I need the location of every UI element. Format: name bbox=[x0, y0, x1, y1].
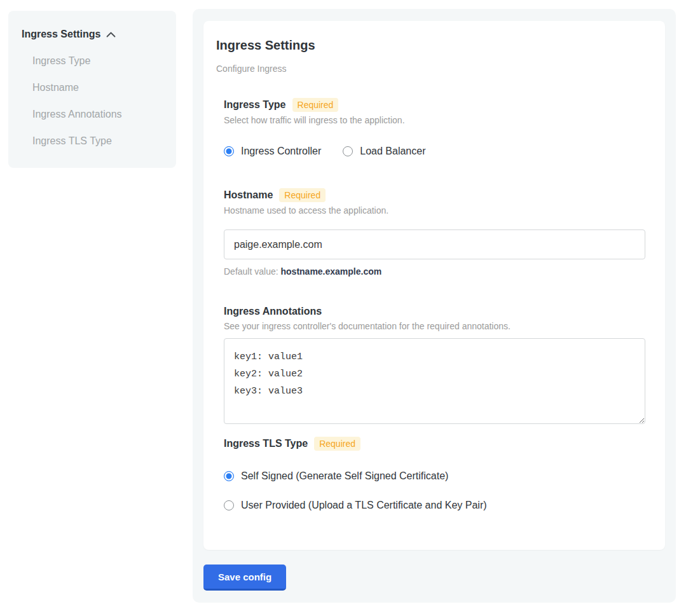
sidebar-group-title: Ingress Settings bbox=[22, 27, 100, 41]
radio-option-user-provided[interactable]: User Provided (Upload a TLS Certificate … bbox=[224, 499, 487, 512]
sidebar-item-hostname[interactable]: Hostname bbox=[32, 81, 163, 95]
radio-option-self-signed[interactable]: Self Signed (Generate Self Signed Certif… bbox=[224, 470, 448, 483]
ingress-type-radio-group: Ingress Controller Load Balancer bbox=[224, 145, 645, 158]
radio-option-load-balancer[interactable]: Load Balancer bbox=[343, 145, 425, 158]
sidebar-item-list: Ingress Type Hostname Ingress Annotation… bbox=[22, 54, 163, 148]
hostname-heading-row: Hostname Required bbox=[224, 188, 645, 202]
hostname-default-line: Default value: hostname.example.com bbox=[224, 266, 645, 277]
hostname-label: Hostname bbox=[224, 189, 273, 202]
ingress-annotations-label: Ingress Annotations bbox=[224, 305, 322, 318]
required-badge: Required bbox=[292, 98, 339, 112]
required-badge: Required bbox=[314, 437, 360, 451]
page: Ingress Settings Ingress Type Hostname I… bbox=[0, 0, 693, 616]
card-title: Ingress Settings bbox=[216, 38, 652, 53]
section-hostname: Hostname Required Hostname used to acces… bbox=[224, 188, 645, 277]
radio-option-ingress-controller[interactable]: Ingress Controller bbox=[224, 145, 321, 158]
radio-input-user-provided[interactable] bbox=[224, 500, 234, 510]
sidebar-group-ingress-settings[interactable]: Ingress Settings bbox=[22, 27, 163, 41]
ingress-type-heading-row: Ingress Type Required bbox=[224, 98, 645, 112]
radio-label-ingress-controller: Ingress Controller bbox=[241, 145, 321, 158]
tls-heading-row: Ingress TLS Type Required bbox=[224, 437, 645, 451]
radio-input-ingress-controller[interactable] bbox=[224, 146, 234, 156]
sidebar: Ingress Settings Ingress Type Hostname I… bbox=[8, 11, 176, 168]
default-value-label: Default value: bbox=[224, 266, 278, 277]
tls-radio-group: Self Signed (Generate Self Signed Certif… bbox=[224, 470, 645, 512]
radio-label-self-signed: Self Signed (Generate Self Signed Certif… bbox=[241, 470, 448, 483]
section-ingress-type: Ingress Type Required Select how traffic… bbox=[224, 98, 645, 158]
card-subtitle: Configure Ingress bbox=[216, 64, 652, 74]
annotations-heading-row: Ingress Annotations bbox=[224, 305, 645, 318]
sidebar-item-ingress-annotations[interactable]: Ingress Annotations bbox=[32, 107, 163, 121]
config-card: Ingress Settings Configure Ingress Ingre… bbox=[203, 21, 665, 550]
radio-label-user-provided: User Provided (Upload a TLS Certificate … bbox=[241, 499, 487, 512]
default-value-text: hostname.example.com bbox=[281, 266, 382, 277]
sidebar-item-ingress-tls-type[interactable]: Ingress TLS Type bbox=[32, 134, 163, 148]
ingress-tls-type-label: Ingress TLS Type bbox=[224, 437, 308, 450]
radio-input-load-balancer[interactable] bbox=[343, 146, 353, 156]
ingress-type-help: Select how traffic will ingress to the a… bbox=[224, 114, 645, 126]
config-panel: Ingress Settings Configure Ingress Ingre… bbox=[193, 9, 676, 603]
save-config-button[interactable]: Save config bbox=[203, 565, 286, 591]
ingress-annotations-help: See your ingress controller's documentat… bbox=[224, 320, 645, 332]
section-ingress-annotations: Ingress Annotations See your ingress con… bbox=[224, 305, 645, 424]
ingress-type-label: Ingress Type bbox=[224, 99, 286, 111]
hostname-input[interactable] bbox=[224, 229, 645, 259]
chevron-up-icon bbox=[106, 32, 116, 38]
section-ingress-tls-type: Ingress TLS Type Required Self Signed (G… bbox=[224, 437, 645, 512]
radio-label-load-balancer: Load Balancer bbox=[360, 145, 425, 158]
required-badge: Required bbox=[279, 188, 326, 202]
radio-input-self-signed[interactable] bbox=[224, 471, 234, 481]
hostname-help: Hostname used to access the application. bbox=[224, 205, 645, 216]
config-sections: Ingress Type Required Select how traffic… bbox=[216, 98, 652, 512]
ingress-annotations-textarea[interactable]: key1: value1 key2: value2 key3: value3 bbox=[224, 338, 645, 424]
sidebar-item-ingress-type[interactable]: Ingress Type bbox=[32, 54, 163, 68]
